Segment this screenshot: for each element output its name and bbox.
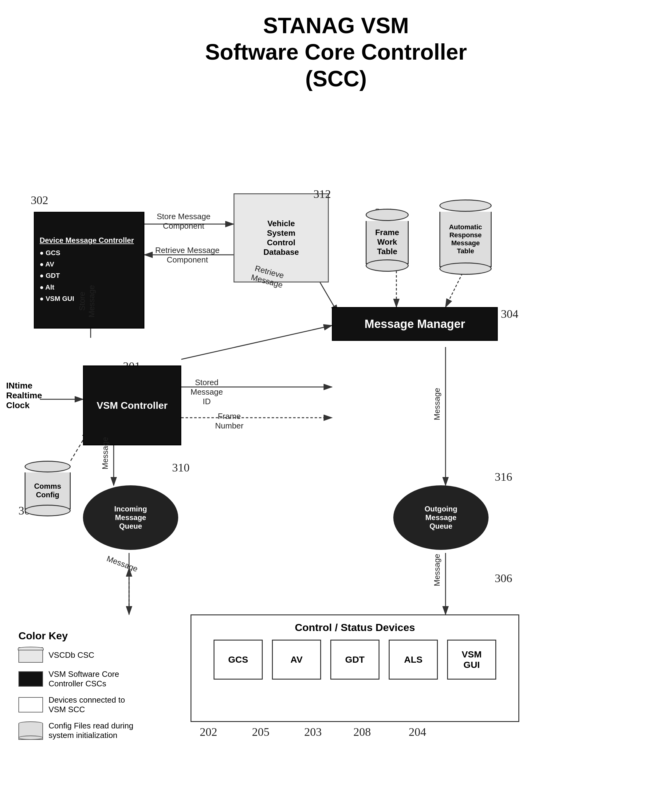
frame-number-label: FrameNumber — [215, 411, 243, 431]
key-item-devices: Devices connected toVSM SCC — [18, 695, 166, 714]
vehicle-system-db: VehicleSystemControlDatabase — [234, 193, 329, 282]
ref-208: 208 — [354, 725, 371, 739]
stored-message-id-label: StoredMessageID — [190, 378, 223, 407]
store-message-label: Store MessageComponent — [157, 212, 211, 231]
ref-302: 302 — [31, 193, 48, 207]
device-als: ALS — [389, 640, 438, 680]
ref-203: 203 — [304, 725, 322, 739]
omq-title: OutgoingMessageQueue — [425, 505, 458, 531]
dmc-items: ● GCS● AV● GDT● Alt● VSM GUI — [40, 247, 74, 305]
devices-row: GCS AV GDT ALS VSMGUI — [201, 640, 509, 680]
title-line2: Software Core Controller — [0, 39, 672, 65]
imq-title: IncomingMessageQueue — [114, 505, 147, 531]
dmc-title: Device Message Controller — [40, 236, 134, 245]
key-label-vsm-scc: VSM Software CoreController CSCs — [48, 669, 119, 688]
ref-205: 205 — [252, 725, 269, 739]
title-line3: (SCC) — [0, 66, 672, 92]
ref-204: 204 — [409, 725, 426, 739]
color-key: Color Key VSCDb CSC VSM Software CoreCon… — [18, 630, 166, 797]
device-av: AV — [272, 640, 321, 680]
message-from-incoming-label: Message — [106, 554, 139, 574]
device-vsm-gui: VSMGUI — [447, 640, 496, 680]
incoming-message-queue: IncomingMessageQueue — [83, 485, 178, 550]
device-gdt: GDT — [330, 640, 379, 680]
message-outgoing-to-devices-label: Message — [432, 554, 442, 586]
intime-clock-label: INtimeRealtimeClock — [6, 381, 42, 410]
key-label-config: Config Files read duringsystem initializ… — [48, 721, 133, 740]
retrieve-message-label: Retrieve MessageComponent — [155, 246, 220, 265]
ref-310: 310 — [172, 461, 190, 474]
vsm-controller: VSM Controller — [83, 365, 181, 445]
key-label-devices: Devices connected toVSM SCC — [48, 695, 125, 714]
title-line1: STANAG VSM — [0, 12, 672, 39]
key-swatch-device — [18, 697, 43, 712]
vsmc-title: VSM Controller — [96, 400, 168, 411]
auto-response-table: AutomaticResponseMessageTable — [439, 200, 492, 275]
key-swatch-light — [18, 647, 43, 663]
page-title: STANAG VSM Software Core Controller (SCC… — [0, 0, 672, 92]
key-swatch-black — [18, 671, 43, 687]
control-status-devices: Control / Status Devices GCS AV GDT ALS … — [190, 615, 519, 722]
comms-config: CommsConfig — [25, 461, 71, 516]
outgoing-message-queue: OutgoingMessageQueue — [393, 485, 488, 550]
device-gcs: GCS — [214, 640, 263, 680]
key-label-vscdb: VSCDb CSC — [48, 650, 94, 660]
svg-line-18 — [181, 325, 332, 359]
store-message-vertical-label: StoreMessage — [77, 285, 96, 317]
frame-work-table: FrameWorkTable — [366, 209, 409, 272]
color-key-title: Color Key — [18, 630, 166, 642]
mm-title: Message Manager — [365, 317, 465, 331]
key-item-config: Config Files read duringsystem initializ… — [18, 721, 166, 740]
ref-312: 312 — [314, 187, 331, 201]
key-item-vsm-scc: VSM Software CoreController CSCs — [18, 669, 166, 688]
ref-304: 304 — [501, 307, 518, 320]
diagram-area: 302 Device Message Controller ● GCS● AV●… — [0, 92, 672, 797]
message-manager: Message Manager — [332, 307, 498, 341]
control-status-title: Control / Status Devices — [201, 621, 509, 634]
message-mm-to-outgoing-label: Message — [432, 388, 442, 421]
ref-306: 306 — [495, 571, 512, 585]
message-to-incoming-label: Message — [101, 437, 110, 470]
ref-316: 316 — [495, 470, 512, 483]
vsdb-title: VehicleSystemControlDatabase — [263, 219, 299, 257]
key-item-vscdb: VSCDb CSC — [18, 647, 166, 663]
ref-202: 202 — [200, 725, 217, 739]
